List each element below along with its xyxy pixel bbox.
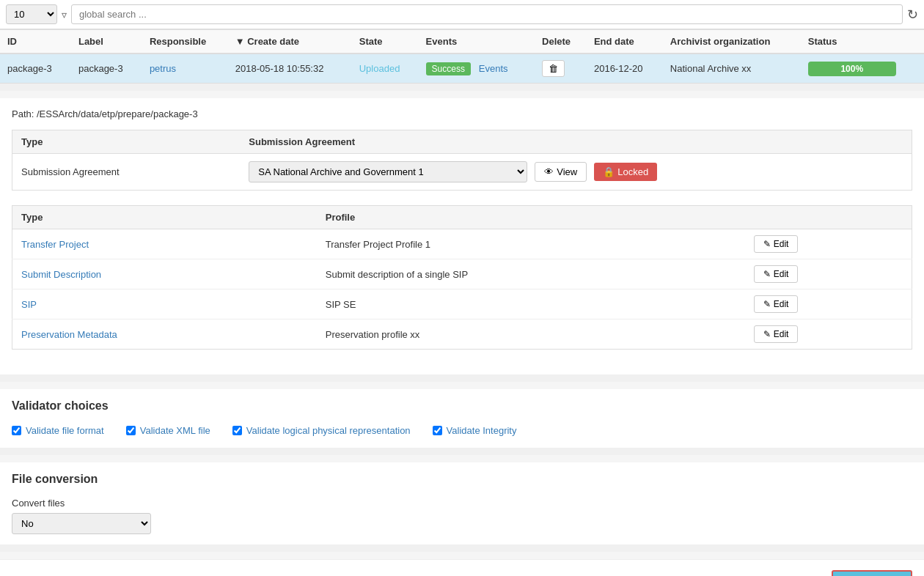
profile-profile-cell: SIP SE — [317, 289, 745, 320]
checkbox-label-4[interactable]: Validate Integrity — [447, 424, 517, 437]
checkbox-item-2: Validate XML file — [126, 424, 210, 437]
delete-button[interactable]: 🗑 — [542, 60, 565, 77]
footer-bar: Create SIP — [0, 559, 924, 576]
sa-content-cell: SA National Archive and Government 1 👁 V… — [240, 154, 912, 191]
checkboxes-row: Validate file format Validate XML file V… — [12, 424, 912, 437]
profile-type-header: Type — [12, 206, 317, 229]
edit-label-2: Edit — [774, 299, 789, 309]
view-label: View — [557, 166, 577, 177]
col-delete: Delete — [535, 30, 587, 54]
eye-icon: 👁 — [544, 166, 554, 177]
cell-id: package-3 — [0, 53, 71, 84]
file-conversion-section: File conversion Convert files No Yes — [0, 462, 924, 544]
locked-button[interactable]: 🔒 Locked — [594, 163, 657, 181]
profile-type-cell: Transfer Project — [12, 229, 317, 259]
cell-create-date: 2018-05-18 10:55:32 — [228, 53, 352, 84]
col-events: Events — [419, 30, 535, 54]
cell-end-date: 2016-12-20 — [587, 53, 663, 84]
profile-table: Type Profile Transfer Project Transfer P… — [12, 205, 912, 350]
col-create-date[interactable]: ▼ Create date — [228, 30, 352, 54]
state-text: Uploaded — [359, 63, 400, 74]
profile-edit-cell: ✎ Edit — [745, 320, 912, 350]
checkbox-validate-xml[interactable] — [126, 426, 136, 435]
convert-files-label: Convert files — [12, 498, 912, 509]
convert-files-select[interactable]: No Yes — [12, 513, 151, 534]
checkbox-validate-file-format[interactable] — [12, 426, 21, 435]
packages-table: ID Label Responsible ▼ Create date State… — [0, 29, 924, 84]
sa-select[interactable]: SA National Archive and Government 1 — [249, 161, 527, 182]
pencil-icon-3: ✎ — [763, 329, 771, 339]
cell-label: package-3 — [71, 53, 142, 84]
profile-row: SIP SIP SE ✎ Edit — [12, 289, 912, 320]
global-search-input[interactable] — [71, 4, 903, 24]
sa-sa-header: Submission Agreement — [240, 130, 912, 154]
pencil-icon-2: ✎ — [763, 299, 771, 309]
col-label: Label — [71, 30, 142, 54]
checkbox-validate-logical[interactable] — [232, 426, 242, 435]
profile-row: Preservation Metadata Preservation profi… — [12, 320, 912, 350]
profile-type-link-1[interactable]: Submit Description — [21, 269, 101, 280]
profile-edit-button-2[interactable]: ✎ Edit — [754, 295, 799, 313]
profile-edit-button-0[interactable]: ✎ Edit — [754, 235, 799, 253]
profile-type-link-2[interactable]: SIP — [21, 299, 37, 310]
sa-type-header: Type — [12, 130, 241, 154]
progress-bar-wrap: 100% — [808, 62, 896, 76]
profile-actions-header — [745, 206, 912, 229]
top-bar: 10 25 50 100 ▿ ↻ — [0, 0, 924, 29]
profile-type-link-0[interactable]: Transfer Project — [21, 239, 89, 250]
submission-agreement-table: Type Submission Agreement Submission Agr… — [12, 130, 912, 191]
profile-profile-cell: Submit description of a single SIP — [317, 259, 745, 289]
events-link[interactable]: Events — [479, 63, 508, 74]
profile-type-cell: SIP — [12, 289, 317, 320]
table-row[interactable]: package-3 package-3 petrus 2018-05-18 10… — [0, 53, 924, 84]
filter-icon[interactable]: ▿ — [62, 9, 67, 21]
profile-edit-button-1[interactable]: ✎ Edit — [754, 265, 799, 283]
checkbox-label-3[interactable]: Validate logical physical representation — [246, 424, 411, 437]
cell-status: 100% — [801, 53, 924, 84]
responsible-link[interactable]: petrus — [150, 63, 176, 74]
validator-title: Validator choices — [12, 399, 912, 413]
col-id: ID — [0, 30, 71, 54]
cell-state: Uploaded — [352, 53, 419, 84]
profile-type-cell: Submit Description — [12, 259, 317, 289]
progress-bar-fill: 100% — [808, 62, 896, 76]
edit-label-0: Edit — [774, 239, 789, 249]
create-sip-button[interactable]: Create SIP — [832, 570, 912, 576]
cell-archivist-org: National Archive xx — [663, 53, 801, 84]
sa-type-cell: Submission Agreement — [12, 154, 241, 191]
refresh-button[interactable]: ↻ — [907, 7, 918, 23]
pencil-icon-0: ✎ — [763, 239, 771, 249]
col-status: Status — [801, 30, 924, 54]
success-badge: Success — [426, 62, 471, 75]
checkbox-label-2[interactable]: Validate XML file — [140, 424, 210, 437]
path-text: Path: /ESSArch/data/etp/prepare/package-… — [12, 108, 912, 119]
profile-edit-cell: ✎ Edit — [745, 259, 912, 289]
profile-type-cell: Preservation Metadata — [12, 320, 317, 350]
checkbox-item-1: Validate file format — [12, 424, 104, 437]
checkbox-item-4: Validate Integrity — [433, 424, 517, 437]
cell-delete: 🗑 — [535, 53, 587, 84]
profile-edit-button-3[interactable]: ✎ Edit — [754, 325, 799, 343]
locked-label: Locked — [617, 166, 648, 177]
profile-profile-cell: Transfer Project Profile 1 — [317, 229, 745, 259]
file-conversion-title: File conversion — [12, 473, 912, 486]
checkbox-item-3: Validate logical physical representation — [232, 424, 411, 437]
col-archivist-org: Archivist organization — [663, 30, 801, 54]
cell-events: Success Events — [419, 53, 535, 84]
validator-section: Validator choices Validate file format V… — [0, 389, 924, 448]
col-state: State — [352, 30, 419, 54]
profile-edit-cell: ✎ Edit — [745, 229, 912, 259]
content-section: Path: /ESSArch/data/etp/prepare/package-… — [0, 98, 924, 374]
profile-type-link-3[interactable]: Preservation Metadata — [21, 329, 117, 340]
per-page-select[interactable]: 10 25 50 100 — [6, 4, 57, 24]
checkbox-validate-integrity[interactable] — [433, 426, 442, 435]
lock-icon: 🔒 — [603, 166, 615, 177]
checkbox-label-1[interactable]: Validate file format — [26, 424, 104, 437]
col-end-date: End date — [587, 30, 663, 54]
edit-label-3: Edit — [774, 329, 789, 339]
cell-responsible: petrus — [142, 53, 228, 84]
profile-profile-cell: Preservation profile xx — [317, 320, 745, 350]
view-button[interactable]: 👁 View — [535, 162, 587, 182]
pencil-icon-1: ✎ — [763, 269, 771, 279]
profile-row: Submit Description Submit description of… — [12, 259, 912, 289]
